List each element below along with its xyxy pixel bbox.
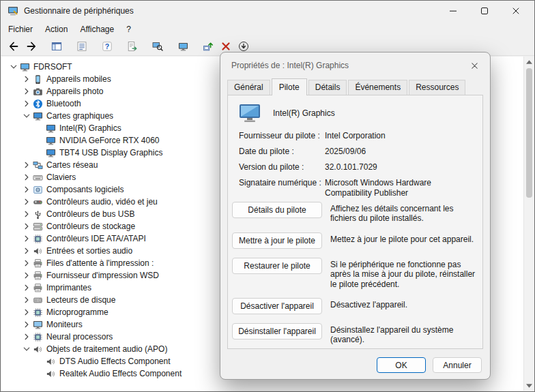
action-row: Détails du piloteAffichez les détails co… — [232, 202, 477, 224]
camera-icon — [33, 87, 43, 97]
chevron-right-icon[interactable] — [21, 258, 31, 269]
tab-details[interactable]: Détails — [308, 80, 347, 95]
restaurer-le-pilote-button[interactable]: Restaurer le pilote — [232, 258, 322, 274]
action-row: Désactiver l'appareilDésactivez l'appare… — [232, 298, 477, 314]
field-label: Date du pilote : — [239, 147, 325, 157]
cancel-button[interactable]: Annuler — [433, 357, 482, 373]
scan-hardware-changes-button[interactable] — [149, 38, 167, 55]
tree-item-label: Entrées et sorties audio — [46, 246, 132, 256]
chevron-right-icon[interactable] — [21, 99, 31, 109]
chevron-right-icon[interactable] — [21, 222, 31, 232]
properties-icon — [76, 41, 87, 52]
tree-item-label: Microprogramme — [46, 307, 109, 317]
tree-item-label: Appareils photo — [46, 87, 103, 96]
tree-item-label: Contrôleurs de bus USB — [46, 209, 134, 219]
action-description: Désinstallez l'appareil du système (avan… — [330, 323, 477, 345]
vertical-scrollbar[interactable] — [523, 57, 534, 391]
devices-button[interactable] — [174, 38, 192, 55]
computer-icon — [178, 42, 188, 52]
forward-button[interactable] — [23, 38, 40, 55]
chevron-right-icon[interactable] — [21, 197, 31, 207]
tree-item-label: FDRSOFT — [33, 62, 72, 72]
scroll-up-icon[interactable] — [524, 57, 534, 67]
back-button[interactable] — [5, 38, 23, 55]
tree-item-label: Files d'attente à l'impression : — [46, 258, 154, 268]
scan-icon — [152, 41, 163, 52]
menu-action[interactable]: Action — [39, 22, 74, 36]
chevron-right-icon[interactable] — [21, 234, 31, 244]
help-icon: ? — [102, 41, 113, 52]
mobile-icon — [33, 74, 43, 85]
action-row: Mettre à jour le piloteMettez à jour le … — [232, 232, 477, 249]
dialog-title: Propriétés de : Intel(R) Graphics — [231, 61, 349, 70]
scroll-down-icon — [526, 384, 532, 388]
tab-evenements[interactable]: Événements — [348, 80, 407, 95]
speaker-icon — [46, 357, 56, 367]
scroll-down-icon[interactable] — [524, 380, 534, 391]
chevron-right-icon[interactable] — [21, 332, 31, 342]
help-button[interactable]: ? — [98, 38, 116, 55]
driver-tab-panel: Intel(R) Graphics Fournisseur du pilote … — [227, 95, 483, 349]
tab-ressources[interactable]: Ressources — [409, 80, 465, 95]
update-driver-button[interactable] — [199, 38, 217, 55]
tab-general[interactable]: Général — [227, 80, 270, 95]
close-button[interactable] — [503, 1, 534, 21]
title-bar: Gestionnaire de périphériques — [1, 1, 534, 21]
field-row: Signataire numérique :Microsoft Windows … — [239, 178, 476, 198]
window-title: Gestionnaire de périphériques — [24, 6, 134, 16]
display-adapter-icon — [46, 123, 56, 134]
details-du-pilote-button[interactable]: Détails du pilote — [232, 202, 322, 218]
uninstall-icon — [220, 41, 231, 52]
chevron-right-icon[interactable] — [21, 307, 31, 318]
chevron-down-icon[interactable] — [21, 111, 31, 121]
chevron-right-icon[interactable] — [21, 295, 31, 305]
desactiver-l-appareil-button[interactable]: Désactiver l'appareil — [232, 298, 322, 314]
scrollbar-thumb[interactable] — [526, 68, 532, 198]
driver-fields: Fournisseur du pilote :Intel Corporation… — [239, 131, 476, 204]
action-description: Affichez les détails concernant les fich… — [330, 202, 477, 224]
field-label: Version du pilote : — [239, 162, 325, 172]
chevron-right-icon[interactable] — [21, 320, 31, 330]
properties-button[interactable] — [73, 38, 91, 55]
bluetooth-icon — [33, 99, 43, 109]
minimize-button[interactable] — [440, 1, 472, 21]
chevron-right-icon[interactable] — [21, 209, 31, 220]
chevron-right-icon[interactable] — [21, 185, 31, 195]
chevron-right-icon[interactable] — [21, 172, 31, 183]
chevron-spacer — [34, 369, 44, 379]
ok-button[interactable]: OK — [377, 357, 426, 373]
chip-icon — [33, 234, 43, 244]
maximize-button[interactable] — [472, 1, 503, 21]
menu-help[interactable]: ? — [120, 22, 137, 36]
chevron-spacer — [34, 148, 44, 158]
field-value: Intel Corporation — [325, 131, 476, 141]
tree-item-label: Objets de traitement audio (APO) — [46, 344, 167, 354]
chevron-right-icon[interactable] — [21, 74, 31, 85]
tab-pilote[interactable]: Pilote — [272, 78, 307, 95]
mettre-a-jour-le-pilote-button[interactable]: Mettre à jour le pilote — [232, 232, 322, 249]
chevron-right-icon[interactable] — [21, 87, 31, 97]
menu-fichier[interactable]: Fichier — [2, 22, 39, 36]
chevron-right-icon[interactable] — [21, 283, 31, 293]
chevron-right-icon[interactable] — [21, 246, 31, 256]
dialog-tabs: GénéralPiloteDétailsÉvénementsRessources — [227, 79, 467, 95]
storage-icon — [33, 222, 43, 232]
action-description: Mettez à jour le pilote pour cet apparei… — [330, 232, 477, 244]
show-console-tree-button[interactable] — [48, 38, 66, 55]
menu-affichage[interactable]: Affichage — [74, 22, 120, 36]
chevron-down-icon[interactable] — [8, 62, 18, 72]
display-adapter-icon — [239, 104, 262, 123]
tree-item-label: DTS Audio Effects Component — [59, 357, 171, 366]
chevron-right-icon[interactable] — [21, 271, 31, 281]
tree-item-label: NVIDIA GeForce RTX 4060 — [59, 136, 160, 145]
field-value: 32.0.101.7029 — [325, 162, 476, 172]
chevron-right-icon[interactable] — [21, 160, 31, 170]
scroll-up-icon — [526, 60, 532, 64]
desinstaller-l-appareil-button[interactable]: Désinstaller l'appareil — [232, 323, 322, 340]
action-description: Si le périphérique ne fonctionne pas apr… — [330, 258, 477, 289]
chevron-down-icon[interactable] — [21, 344, 31, 355]
dialog-title-bar: Propriétés de : Intel(R) Graphics — [220, 52, 490, 78]
action-row: Désinstaller l'appareilDésinstallez l'ap… — [232, 323, 477, 345]
export-list-button[interactable] — [124, 38, 141, 55]
dialog-close-button[interactable] — [464, 57, 485, 74]
